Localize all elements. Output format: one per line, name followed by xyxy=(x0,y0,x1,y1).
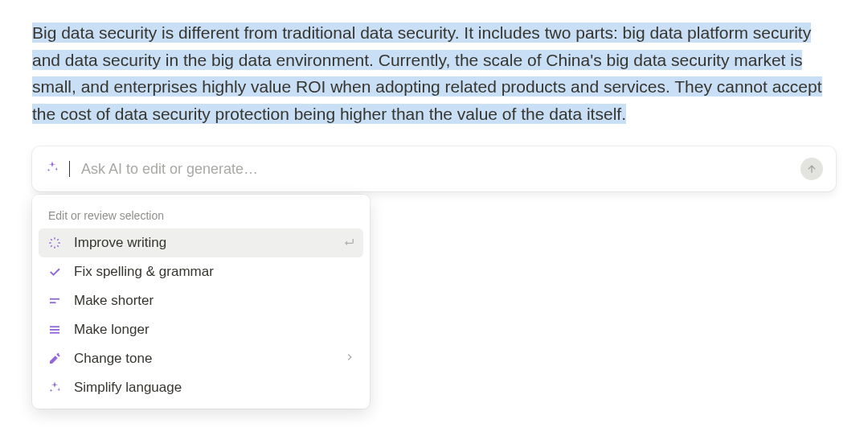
svg-point-5 xyxy=(58,353,59,355)
improve-icon xyxy=(47,235,63,251)
menu-item-simplify-language[interactable]: Simplify language xyxy=(39,373,363,402)
menu-item-make-shorter[interactable]: Make shorter xyxy=(39,286,363,315)
highlighted-text: Big data security is different from trad… xyxy=(32,23,822,124)
text-cursor xyxy=(69,161,70,177)
menu-item-label: Fix spelling & grammar xyxy=(74,264,355,280)
send-button[interactable] xyxy=(800,158,823,180)
menu-item-label: Make shorter xyxy=(74,293,355,309)
menu-section-header: Edit or review selection xyxy=(39,201,363,228)
menu-item-change-tone[interactable]: Change tone xyxy=(39,344,363,373)
sparkle-icon xyxy=(47,380,63,396)
ai-input-bar[interactable] xyxy=(32,146,836,191)
ai-actions-menu: Edit or review selection Improve writing… xyxy=(32,195,370,409)
microphone-icon xyxy=(47,351,63,367)
menu-item-make-longer[interactable]: Make longer xyxy=(39,315,363,344)
selected-text-block[interactable]: Big data security is different from trad… xyxy=(32,19,836,127)
sparkle-icon xyxy=(45,160,59,178)
longer-lines-icon xyxy=(47,322,63,338)
menu-item-label: Change tone xyxy=(74,351,333,367)
shorter-lines-icon xyxy=(47,293,63,309)
ai-prompt-input[interactable] xyxy=(81,161,791,178)
check-icon xyxy=(47,264,63,280)
chevron-right-icon xyxy=(344,351,355,367)
menu-item-label: Improve writing xyxy=(74,235,331,251)
menu-item-label: Simplify language xyxy=(74,380,355,396)
enter-key-icon xyxy=(342,236,355,251)
menu-item-label: Make longer xyxy=(74,322,355,338)
menu-item-fix-spelling[interactable]: Fix spelling & grammar xyxy=(39,257,363,286)
menu-item-improve-writing[interactable]: Improve writing xyxy=(39,228,363,257)
